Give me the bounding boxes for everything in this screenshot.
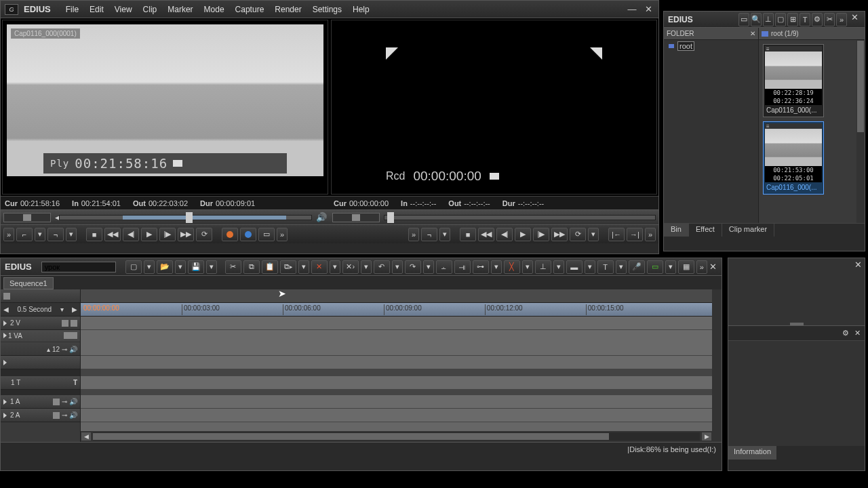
menu-file[interactable]: File [60, 3, 84, 16]
tool-e-button[interactable]: ⊥ [535, 260, 551, 274]
folder-close-icon[interactable]: ✕ [750, 30, 755, 37]
dropdown-icon[interactable]: ▾ [616, 260, 627, 274]
bin-new-button[interactable]: ▢ [775, 13, 786, 26]
timeline-vscroll[interactable] [712, 289, 722, 442]
dropdown-icon[interactable]: ▾ [35, 228, 45, 241]
stop-button[interactable]: ■ [86, 228, 102, 241]
scroll-right-button[interactable]: ▶ [701, 432, 712, 441]
undo-button[interactable]: ↶ [374, 260, 390, 274]
scroll-left-button[interactable]: ◀ [81, 432, 92, 441]
tab-bin[interactable]: Bin [664, 224, 689, 237]
dropdown-icon[interactable]: ▾ [392, 260, 403, 274]
timeline-hscroll[interactable]: ◀ ▶ [81, 431, 712, 442]
layout-button[interactable]: ▦ [678, 260, 694, 274]
bin-props-button[interactable]: ⊞ [787, 13, 798, 26]
tool-a-button[interactable]: ⫠ [436, 260, 452, 274]
menu-mode[interactable]: Mode [199, 3, 230, 16]
dropdown-icon[interactable]: ▾ [330, 260, 340, 274]
bin-close-button[interactable]: ✕ [848, 13, 861, 22]
track-lane-va1[interactable] [81, 330, 712, 356]
track-header-v2[interactable]: 2 V [1, 317, 80, 330]
menu-settings[interactable]: Settings [307, 3, 347, 16]
more-button[interactable]: » [645, 228, 656, 241]
menu-marker[interactable]: Marker [162, 3, 198, 16]
tracks-area[interactable]: 00:00:00:00 00:00:03:00 00:00:06:00 00:0… [81, 289, 712, 442]
info-close-icon[interactable]: ✕ [854, 329, 861, 338]
set-out-button[interactable]: ¬ [47, 228, 64, 241]
close-button[interactable]: ✕ [642, 5, 654, 14]
stop-button[interactable]: ■ [460, 228, 476, 241]
dropdown-icon[interactable]: ▾ [522, 260, 533, 274]
next-frame-button[interactable]: |▶ [159, 228, 176, 241]
dropdown-icon[interactable]: ▾ [175, 260, 186, 274]
tab-effect[interactable]: Effect [689, 224, 722, 237]
open-button[interactable]: 📂 [157, 260, 173, 274]
track-header-top[interactable] [1, 289, 80, 303]
render-button[interactable]: ▭ [647, 260, 663, 274]
dropdown-icon[interactable]: ▾ [585, 260, 595, 274]
dropdown-icon[interactable]: ▾ [144, 260, 155, 274]
expand-button[interactable]: » [408, 228, 419, 241]
info-close-button[interactable]: ✕ [854, 260, 862, 270]
voiceover-button[interactable]: 🎤 [629, 260, 645, 274]
clip-thumb-2[interactable]: ≡ 00:21:53:00 00:22:05:01 Cap0116_000(..… [763, 121, 824, 195]
insert-button[interactable]: ▭ [258, 228, 275, 241]
bin-search-button[interactable]: 🔍 [751, 13, 762, 26]
dropdown-icon[interactable]: ▾ [206, 260, 217, 274]
go-in-button[interactable]: |← [608, 228, 625, 241]
track-header-a1[interactable]: 1 A⊸🔊 [1, 395, 80, 409]
set-in-button[interactable]: ⌐ [16, 228, 33, 241]
prev-frame-button[interactable]: ◀| [496, 228, 513, 241]
timeline-ruler[interactable]: 00:00:00:00 00:00:03:00 00:00:06:00 00:0… [81, 303, 712, 317]
tool-b-button[interactable]: ⫣ [454, 260, 471, 274]
delete-button[interactable]: ✕ [311, 260, 328, 274]
fast-forward-button[interactable]: ▶▶ [178, 228, 194, 241]
track-lane-a1[interactable] [81, 395, 712, 409]
bin-text-button[interactable]: T [800, 13, 810, 26]
rewind-button[interactable]: ◀◀ [478, 228, 494, 241]
menu-help[interactable]: Help [347, 3, 375, 16]
track-expand[interactable] [1, 356, 80, 369]
track-header-va1[interactable]: 1 VA ▴12⊸🔊 [1, 330, 80, 356]
clip-thumb-1[interactable]: ≡ 00:22:28:19 00:22:36:24 Cap0116_000(..… [763, 44, 824, 117]
bin-cut-button[interactable]: ✂ [824, 13, 835, 26]
play-button[interactable]: ▶ [141, 228, 157, 241]
dropdown-icon[interactable]: ▾ [298, 260, 309, 274]
dropdown-icon[interactable]: ▾ [665, 260, 676, 274]
rewind-button[interactable]: ◀◀ [104, 228, 121, 241]
audio-icon[interactable]: 🔊 [316, 212, 327, 222]
more-button[interactable]: » [696, 260, 707, 274]
cut-button[interactable]: ✂ [225, 260, 241, 274]
ripple-delete-button[interactable]: ✕› [342, 260, 359, 274]
fast-forward-button[interactable]: ▶▶ [551, 228, 568, 241]
prev-frame-button[interactable]: ◀| [123, 228, 139, 241]
dropdown-icon[interactable]: ▾ [439, 228, 450, 241]
zoom-control[interactable]: ◀0.5 Second▾▶ [1, 303, 80, 317]
dropdown-icon[interactable]: ▾ [423, 260, 434, 274]
save-button[interactable]: 💾 [188, 260, 204, 274]
info-tab[interactable]: Information [728, 446, 776, 460]
title-button[interactable]: T [597, 260, 614, 274]
track-header-a2[interactable]: 2 A⊸🔊 [1, 409, 80, 422]
menu-render[interactable]: Render [269, 3, 307, 16]
marker-blue-button[interactable] [240, 228, 256, 241]
sequence-tab[interactable]: Sequence1 [3, 277, 54, 289]
marker-orange-button[interactable] [222, 228, 238, 241]
menu-capture[interactable]: Capture [230, 3, 270, 16]
bin-more-button[interactable]: » [836, 13, 847, 26]
copy-button[interactable]: ⧉ [243, 260, 260, 274]
menu-clip[interactable]: Clip [138, 3, 163, 16]
tool-f-button[interactable]: ▬ [566, 260, 583, 274]
record-shuttle[interactable] [332, 213, 380, 222]
minimize-button[interactable]: — [626, 5, 638, 14]
dropdown-icon[interactable]: ▾ [66, 228, 77, 241]
track-lane-a2[interactable] [81, 409, 712, 422]
folder-root[interactable]: root [664, 40, 758, 52]
dropdown-icon[interactable]: ▾ [588, 228, 599, 241]
timeline-close-button[interactable]: ✕ [707, 262, 719, 272]
tool-d-button[interactable]: ╳ [504, 260, 520, 274]
next-frame-button[interactable]: |▶ [533, 228, 549, 241]
track-lane-v2[interactable] [81, 317, 712, 330]
source-scrubber[interactable] [59, 215, 312, 220]
new-button[interactable]: ▢ [125, 260, 142, 274]
